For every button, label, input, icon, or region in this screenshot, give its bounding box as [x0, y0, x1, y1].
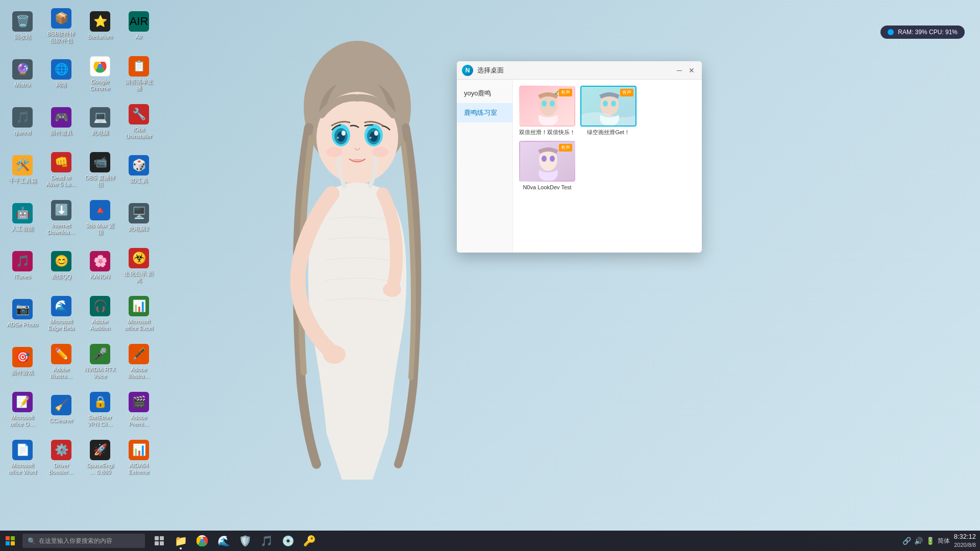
scene-card-3[interactable]: 有声 N0va LookDev Test [519, 141, 575, 191]
dialog-close-button[interactable]: ✕ [687, 65, 697, 76]
icon-label-3dsmax: 3ds Max 置顶 [84, 222, 116, 236]
live2d-icon: 📋 [132, 60, 146, 73]
desktop-icon-qiannd[interactable]: 🎵 qiannd [4, 100, 41, 144]
sidebar-item-yoyo[interactable]: yoyo鹿鸣 [457, 84, 512, 103]
desktop-icon-aida64[interactable]: 📊 AIDA64 Extreme [120, 436, 157, 480]
taskbar-norton[interactable]: 🛡️ [235, 531, 255, 551]
desktop-icon-driver[interactable]: ⚙️ Driver Booster… [43, 436, 80, 480]
desktop-icon-custom[interactable]: 🎮 插件道具 [43, 100, 80, 144]
desktop-icon-excel[interactable]: 📊 Microsoft office Excel [120, 292, 157, 336]
taskbar-edge[interactable]: 🌊 [213, 531, 234, 551]
taskbar-app7[interactable]: 🔑 [299, 531, 320, 551]
taskbar-apps: 📁 🌊 🛡️ 🎵 💿 🔑 [149, 531, 320, 551]
scene-grid: 有声 ✓ 双倍丝滑！双倍快乐！ [519, 86, 696, 191]
volume-icon[interactable]: 🔊 [914, 537, 923, 545]
svg-point-31 [542, 156, 547, 162]
taskbar-chrome[interactable] [192, 531, 212, 551]
taskbar-spotify[interactable]: 🎵 [256, 531, 277, 551]
desktop-icon-kanon[interactable]: 🌸 KANON [82, 244, 118, 288]
desktop-icon-softethr[interactable]: 🔒 SoftEther VPN Cli… [82, 388, 118, 432]
desktop-icon-air[interactable]: AIR Air [120, 4, 157, 48]
desktop-icon-msword[interactable]: 📄 Microsoft office Word [4, 436, 41, 480]
clock-date: 2020/8/8 [954, 541, 976, 548]
desktop-icon-doa[interactable]: 👊 Dead or Alive 5 La… [43, 148, 80, 192]
svg-rect-35 [6, 541, 10, 545]
taskbar-search-bar[interactable]: 🔍 在这里输入你要搜索的内容 [22, 534, 145, 548]
scene-card-1[interactable]: 有声 ✓ 双倍丝滑！双倍快乐！ [519, 86, 575, 136]
desktop-icon-ccleaner[interactable]: 🧹 CCleaner [43, 388, 80, 432]
system-monitor-dot [888, 29, 894, 35]
svg-point-12 [370, 137, 372, 139]
explorer-active-indicator [180, 547, 182, 549]
icon-label-biohaz: 生化公示 距离 [122, 270, 155, 284]
taskbar-clock[interactable]: 8:32:12 2020/8/8 [954, 533, 976, 548]
aida64-icon: 📊 [132, 443, 146, 457]
icon-label-spaceeng: SpaceEngi… 0.880 [84, 462, 116, 475]
desktop-icon-computer[interactable]: 💻 此电脑 [82, 100, 118, 144]
desktop-icon-msedge[interactable]: 🌊 Microsoft Edge Beta [43, 292, 80, 336]
desktop-icon-biohaz[interactable]: ☣️ 生化公示 距离 [120, 244, 157, 288]
chrome-taskbar-icon [197, 535, 208, 546]
desktop-icon-network[interactable]: 🌐 网络 [43, 52, 80, 96]
desktop-icon-3dsmax[interactable]: 🔺 3ds Max 置顶 [82, 196, 118, 240]
desktop-icon-msoffice[interactable]: 📝 Microsoft office O… [4, 388, 41, 432]
desktop-icon-biaoqing[interactable]: 😊 表情QQ [43, 244, 80, 288]
desktop: 🗑️ 回收站 📦 BSB软件伴侣软件包 ⭐ Stellarium AIR Air… [0, 0, 980, 531]
desktop-icon-prem[interactable]: 🎬 Adobe Premi… [120, 388, 157, 432]
desktop-icon-iobit[interactable]: 🔧 IObit Uninstaller [120, 100, 157, 144]
svg-rect-40 [160, 541, 164, 545]
desktop-icon-audition[interactable]: 🎧 Adobe Audition [82, 292, 118, 336]
icon-label-msedge: Microsoft Edge Beta [45, 318, 78, 332]
desktop-icon-qianjin[interactable]: 🛠️ 千千工具箱 [4, 148, 41, 192]
icon-label-compu2: 此电脑2 [129, 226, 149, 232]
svg-rect-38 [160, 536, 164, 540]
select-scene-dialog: N 选择桌面 ─ ✕ yoyo鹿鸣 鹿鸣练习室 [457, 61, 702, 253]
desktop-icon-nvrtx[interactable]: 🎤 NVIDIA RTX Voice [82, 340, 118, 384]
network-icon: 🌐 [55, 63, 68, 76]
recycle-icon: 🗑️ [16, 15, 30, 28]
scene-card-2[interactable]: 有声 绿空画丝滑Get！ [580, 86, 636, 136]
desktop-icon-game[interactable]: 🎯 插件游戏 [4, 340, 41, 384]
desktop-icon-3tools[interactable]: 🎲 3D工具 [120, 148, 157, 192]
language-icon[interactable]: 简体 [938, 537, 950, 545]
desktop-icon-chrome[interactable]: Google Chrome [82, 52, 118, 96]
desktop-icon-inetdom[interactable]: ⬇️ Internet Downloa… [43, 196, 80, 240]
dialog-body: yoyo鹿鸣 鹿鸣练习室 [457, 80, 702, 253]
dialog-minimize-button[interactable]: ─ [674, 65, 684, 76]
icon-label-msoffice: Microsoft office O… [6, 414, 39, 428]
doa-icon: 👊 [55, 156, 68, 169]
network-sys-icon[interactable]: 🔗 [902, 537, 911, 545]
desktop-icon-compu2[interactable]: 🖥️ 此电脑2 [120, 196, 157, 240]
desktop-icon-obs[interactable]: 📹 OBS 直播伴侣 [82, 148, 118, 192]
icon-label-biaoqing: 表情QQ [51, 273, 71, 280]
clock-time: 8:32:12 [954, 533, 976, 541]
desktop-icon-stellarium[interactable]: ⭐ Stellarium [82, 4, 118, 48]
icon-label-driver: Driver Booster… [45, 462, 78, 475]
desktop-icon-mistrix[interactable]: 🔮 Mistrix [4, 52, 41, 96]
desktop-icon-adobeill[interactable]: 🖋️ Adobe Illustra… [120, 340, 157, 384]
desktop-icon-aizhi[interactable]: 🤖 人工智能 [4, 196, 41, 240]
itunes-icon: 🎵 [16, 255, 30, 268]
edge-icon: 🌊 [217, 535, 230, 547]
desktop-icon-live2d[interactable]: 📋 滴答清单主播 [120, 52, 157, 96]
desktop-icon-bsb[interactable]: 📦 BSB软件伴侣软件包 [43, 4, 80, 48]
taskbar-crystaldisk[interactable]: 💿 [278, 531, 298, 551]
sidebar-item-luming[interactable]: 鹿鸣练习室 [457, 103, 512, 122]
svg-point-28 [611, 101, 616, 107]
svg-point-27 [603, 101, 608, 107]
search-icon: 🔍 [28, 537, 36, 545]
taskbar-taskview[interactable] [149, 531, 169, 551]
svg-rect-34 [11, 536, 15, 540]
desktop-icon-itunes[interactable]: 🎵 iTunes [4, 244, 41, 288]
desktop-icon-adobesc[interactable]: 📷 ADSe Photo [4, 292, 41, 336]
desktop-icon-adobe-ai[interactable]: ✏️ Adobe Illustra… [43, 340, 80, 384]
taskbar-explorer[interactable]: 📁 [170, 531, 191, 551]
desktop-icon-recycle[interactable]: 🗑️ 回收站 [4, 4, 41, 48]
scene-thumbnail-3: 有声 [519, 141, 575, 182]
icon-label-ccleaner: CCleaner [50, 417, 73, 424]
desktop-icon-spaceeng[interactable]: 🚀 SpaceEngi… 0.880 [82, 436, 118, 480]
taskbar-right: 🔗 🔊 🔋 简体 8:32:12 2020/8/8 [902, 533, 980, 548]
battery-icon[interactable]: 🔋 [926, 537, 935, 545]
custom-icon: 🎮 [55, 111, 68, 124]
start-button[interactable] [0, 531, 20, 551]
